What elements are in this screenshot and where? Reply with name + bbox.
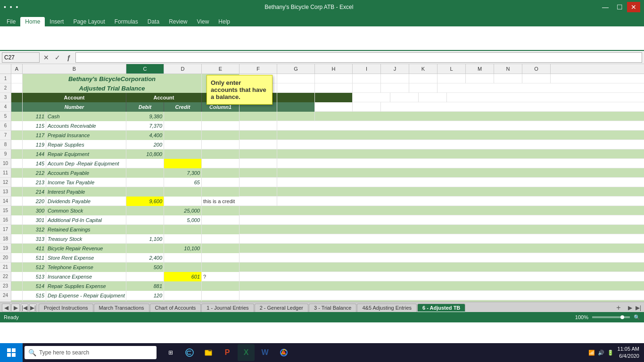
cell-debit-19[interactable] [126,244,164,253]
row-num-15[interactable]: 15 [0,206,11,215]
col-header-d[interactable]: D [164,64,202,74]
row-num-3[interactable]: 3 [0,93,11,102]
cell-a19[interactable] [11,244,23,253]
cell-f3[interactable] [277,93,315,102]
cell-a17[interactable] [11,225,23,234]
row-num-22[interactable]: 22 [0,272,11,281]
sheet-tab-journal-entries[interactable]: 1 - Journal Entries [201,304,254,312]
cell-i2[interactable] [353,83,381,93]
insert-function-icon[interactable]: ƒ [64,53,74,62]
cell-col-5[interactable] [202,112,239,121]
col-header-n[interactable]: N [494,64,522,74]
row-num-9[interactable]: 9 [0,149,11,159]
cell-acct-num-15[interactable]: 300 [23,206,46,215]
row-num-16[interactable]: 16 [0,215,11,225]
cell-m1[interactable] [466,74,494,83]
tab-help[interactable]: Help [214,17,235,26]
cell-credit-12[interactable]: 65 [164,178,202,187]
cell-a10[interactable] [11,159,23,168]
cell-credit-20[interactable] [164,253,202,263]
cell-title-13[interactable]: Interest Payable [46,187,126,197]
excel-icon[interactable]: X [238,344,255,361]
cell-f6[interactable] [239,121,277,131]
cell-title-10[interactable]: Accum Dep -Repair Equipment [46,159,126,168]
col-header-j[interactable]: J [381,64,409,74]
cell-j2[interactable] [381,83,409,93]
sheet-tab-chart-of-accounts[interactable]: Chart of Accounts [150,304,201,312]
col-header-m[interactable]: M [466,64,494,74]
cell-acct-num-8[interactable]: 119 [23,140,46,149]
cell-col-6[interactable] [202,121,239,131]
cell-debit-23[interactable]: 881 [126,281,164,291]
maximize-button[interactable]: ☐ [613,2,626,12]
cell-acct-num-5[interactable]: 111 [23,112,46,121]
cell-credit-15[interactable]: 25,000 [164,206,202,215]
cell-credit-18[interactable] [164,234,202,244]
cell-a21[interactable] [11,263,23,272]
row-num-14[interactable]: 14 [0,197,11,206]
cell-debit-7[interactable]: 4,400 [126,131,164,140]
cell-title-6[interactable]: Accounts Receivable [46,121,126,131]
cell-credit-8[interactable] [164,140,202,149]
cell-acct-num-7[interactable]: 117 [23,131,46,140]
cell-acct-num-16[interactable]: 301 [23,215,46,225]
cell-g1[interactable] [277,74,315,83]
cell-a24[interactable] [11,291,23,300]
taskbar-search[interactable]: 🔍 Type here to search [25,346,157,359]
row-num-21[interactable]: 21 [0,263,11,272]
cell-f9[interactable] [239,149,277,159]
cell-debit-9[interactable]: 10,800 [126,149,164,159]
sheet-tab-next[interactable]: ▶ [11,304,20,312]
tab-home[interactable]: Home [20,17,45,26]
sheet-tab-general-ledger[interactable]: 2 - General Ledger [255,304,308,312]
cell-title-9[interactable]: Repair Equipment [46,149,126,159]
cell-b2[interactable]: Adjusted Trial Balance [23,83,202,93]
cell-a16[interactable] [11,215,23,225]
cell-title-8[interactable]: Repair Supplies [46,140,126,149]
cell-credit-7[interactable] [164,131,202,140]
sheet-tab-prev[interactable]: ◀ [2,304,10,312]
cell-acct-num-11[interactable]: 212 [23,168,46,178]
cell-credit-23[interactable] [164,281,202,291]
cell-a14[interactable] [11,197,23,206]
cell-credit-6[interactable] [164,121,202,131]
cell-a13[interactable] [11,187,23,197]
cell-f7[interactable] [239,131,277,140]
task-view-button[interactable]: ⊞ [162,344,179,361]
row-num-2[interactable]: 2 [0,83,11,93]
cell-j1[interactable] [381,74,409,83]
cell-a22[interactable] [11,272,23,281]
cell-debit-14[interactable]: 9,600 [126,197,164,206]
row-num-7[interactable]: 7 [0,131,11,140]
col-header-h[interactable]: H [315,64,353,74]
start-button[interactable] [0,343,23,362]
cell-f12[interactable] [239,178,277,187]
cell-title-17[interactable]: Retained Earnings [46,225,126,234]
cell-f13[interactable] [239,187,277,197]
cell-title-25[interactable]: Income Tax Expense [46,300,126,302]
file-explorer-icon[interactable] [200,344,217,361]
cell-title-14[interactable]: Dividends Payable [46,197,126,206]
tab-data[interactable]: Data [143,17,164,26]
row-num-24[interactable]: 24 [0,291,11,300]
minimize-button[interactable]: — [599,2,612,12]
cell-credit-16[interactable]: 5,000 [164,215,202,225]
cell-g4[interactable] [277,102,315,112]
cell-title-11[interactable]: Accounts Payable [46,168,126,178]
row-num-17[interactable]: 17 [0,225,11,234]
col-header-f[interactable]: F [239,64,277,74]
edge-icon[interactable] [181,344,198,361]
cell-col-20[interactable] [202,253,239,263]
cell-i4[interactable] [353,102,381,112]
cell-h4[interactable] [315,102,353,112]
cell-i3[interactable] [390,93,419,102]
cancel-formula-icon[interactable]: ✕ [41,53,51,62]
cell-g5[interactable] [277,112,315,121]
cell-title-19[interactable]: Bicycle Repair Revenue [46,244,126,253]
cell-acct-num-25[interactable]: 516 [23,300,46,302]
sheet-tab-march-transactions[interactable]: March Transactions [94,304,149,312]
cell-a8[interactable] [11,140,23,149]
cell-title-21[interactable]: Telephone Expense [46,263,126,272]
cell-title-12[interactable]: Income Tax Payable [46,178,126,187]
row-num-1[interactable]: 1 [0,74,11,83]
